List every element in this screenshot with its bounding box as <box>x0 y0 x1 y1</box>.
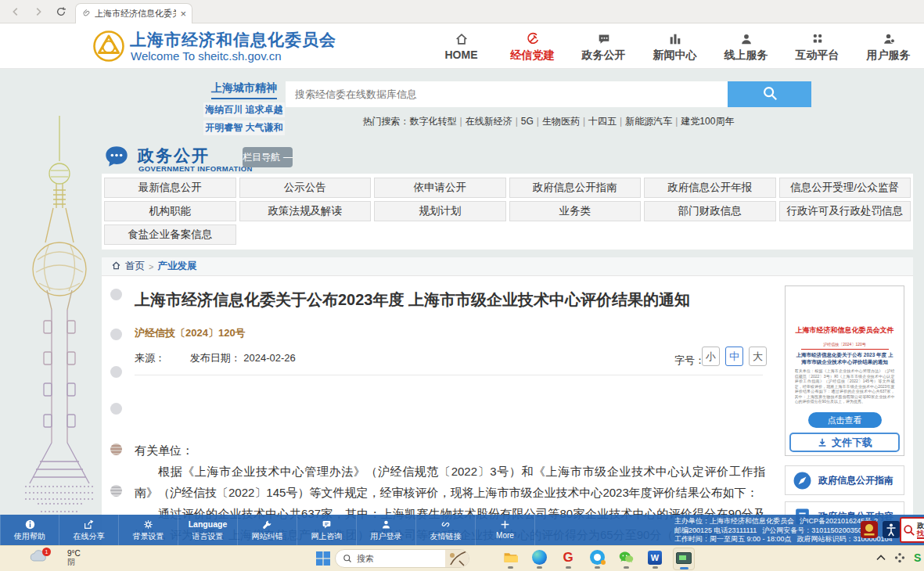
taskbar-app-wechat[interactable] <box>615 548 637 570</box>
top-nav-label: 经信党建 <box>497 48 568 63</box>
search-box <box>286 81 728 107</box>
gov-emblem-icon[interactable] <box>861 521 878 541</box>
edge-icon <box>532 549 547 566</box>
gov-grid-cell[interactable]: 依申请公开 <box>374 178 506 198</box>
toolbar-items: 使用帮助在线分享背景设置Language语言设置网站纠错网上咨询用户登录友情链接… <box>0 515 535 545</box>
footer-emblems <box>861 521 900 541</box>
gov-grid-cell[interactable]: 业务类 <box>509 201 642 221</box>
taskbar-app-app-chat[interactable] <box>586 548 608 570</box>
tray-settings-icon[interactable] <box>894 552 905 563</box>
system-tray: S <box>876 552 921 563</box>
toolbar-使用帮助[interactable]: 使用帮助 <box>0 515 59 545</box>
keyword-separator: | <box>583 116 585 127</box>
gov-grid-cell[interactable]: 最新信息公开 <box>104 178 236 198</box>
click-to-view-button[interactable]: 点击查看 <box>808 412 882 428</box>
gear-icon <box>143 519 153 530</box>
refresh-icon[interactable] <box>55 5 67 18</box>
taskbar-app-edge[interactable] <box>528 548 550 570</box>
notification-badge: 1 <box>42 548 51 556</box>
hot-keyword[interactable]: 数字化转型 <box>410 116 457 127</box>
running-indicator <box>537 566 542 569</box>
gov-grid-row: 最新信息公开公示公告依申请公开政府信息公开指南政府信息公开年报信息公开受理/公众… <box>104 178 911 198</box>
hot-keyword[interactable]: 新能源汽车 <box>625 116 672 127</box>
breadcrumb-home[interactable]: 首页 <box>125 260 145 273</box>
gov-info-guide-link[interactable]: 政府信息公开指南 <box>785 465 904 495</box>
toolbar-More[interactable]: More <box>476 515 535 545</box>
taskbar-search[interactable]: 搜索 <box>335 549 469 568</box>
taskbar-app-file-explorer[interactable] <box>499 548 521 570</box>
top-nav-线上服务[interactable]: 线上服务 <box>710 23 782 68</box>
browser-tab[interactable]: 上海市经济信息化委关于公布 × <box>75 3 192 23</box>
gov-grid-cell[interactable]: 政府信息公开指南 <box>509 178 642 198</box>
footer-info-line: 主办单位：上海市经济和信息化委员会沪ICP备2021016245号-2 <box>674 517 861 526</box>
forward-icon[interactable] <box>32 5 45 18</box>
font-size-medium-button[interactable]: 中 <box>725 347 743 366</box>
toolbar-友情链接[interactable]: 友情链接 <box>416 515 476 545</box>
back-icon[interactable] <box>9 5 22 18</box>
toolbar-item-label: 在线分享 <box>74 531 105 542</box>
source-label: 来源： <box>135 352 165 364</box>
language-text: Language <box>189 519 228 530</box>
gov-grid-cell[interactable]: 行政许可及行政处罚信息 <box>779 201 911 221</box>
browser-bar: 上海市经济信息化委关于公布 × <box>0 0 924 23</box>
font-size-small-button[interactable]: 小 <box>702 347 720 366</box>
hot-keyword[interactable]: 5G <box>521 116 534 127</box>
font-size-large-button[interactable]: 大 <box>749 347 767 366</box>
taskbar-app-word[interactable]: W <box>644 548 666 570</box>
toolbar-在线分享[interactable]: 在线分享 <box>59 515 119 545</box>
search-button[interactable] <box>728 81 811 107</box>
toolbar-语言设置[interactable]: Language语言设置 <box>178 515 238 545</box>
weather-widget[interactable]: 1 9°C 阴 <box>28 549 81 566</box>
gov-grid-cell[interactable]: 信息公开受理/公众监督 <box>779 178 911 198</box>
taskbar-app-app-g[interactable]: G <box>557 548 579 570</box>
gov-grid-cell[interactable]: 政策法规及解读 <box>239 201 372 221</box>
city-spirit: 上海城市精神 海纳百川 追求卓越 开明睿智 大气谦和 <box>203 81 285 135</box>
gov-bubble-icon <box>103 144 130 171</box>
gov-grid-cell[interactable]: 部门财政信息 <box>644 201 776 221</box>
article-meta: 来源： 发布日期： 2024-02-26 <box>135 351 296 365</box>
taskbar-app-screen-share[interactable] <box>673 548 695 570</box>
gov-grid-cell[interactable]: 规划计划 <box>374 201 506 221</box>
breadcrumb-current[interactable]: 产业发展 <box>157 260 196 273</box>
gov-grid-cell[interactable]: 食盐企业备案信息 <box>104 224 236 245</box>
windows-start-button[interactable] <box>316 551 330 566</box>
search-input[interactable] <box>286 81 728 107</box>
top-nav-用户服务[interactable]: 用户服务 <box>853 23 924 68</box>
decorative-bullet <box>110 289 122 300</box>
gov-grid-cell[interactable]: 政府信息公开年报 <box>644 178 776 198</box>
top-nav-label: 政务公开 <box>568 48 639 63</box>
column-nav-toggle[interactable]: 栏目导航 — <box>243 147 293 167</box>
hot-keyword[interactable]: 十四五 <box>588 116 617 127</box>
top-nav-新闻中心[interactable]: 新闻中心 <box>639 23 710 68</box>
file-download-button[interactable]: 文件下载 <box>789 433 900 452</box>
document-preview-card[interactable]: 上海市经济和信息化委员会文件 沪经信技〔2024〕120号 上海市经济信息化委关… <box>785 286 904 456</box>
toolbar-网上咨询[interactable]: 网上咨询 <box>297 515 357 545</box>
site-subtitle: Welcome To sheitc.sh.gov.cn <box>131 49 282 63</box>
toolbar-背景设置[interactable]: 背景设置 <box>119 515 178 545</box>
accessibility-icon[interactable] <box>883 521 900 541</box>
top-nav-HOME[interactable]: HOME <box>426 23 497 68</box>
hot-keyword[interactable]: 在线新经济 <box>466 116 512 127</box>
toolbar-用户登录[interactable]: 用户登录 <box>357 515 416 545</box>
gov-grid-cell[interactable]: 机构职能 <box>104 201 236 221</box>
top-nav-互动平台[interactable]: 互动平台 <box>782 23 853 68</box>
tray-input-method-icon[interactable]: S <box>914 552 921 563</box>
gov-section-title: 政务公开 <box>138 145 210 167</box>
gov-site-error-report-badge[interactable]: 政府 找 <box>900 517 924 543</box>
site-logo[interactable] <box>93 31 124 62</box>
preview-doc-title: 上海市经济信息化委关于公布 2023 年度 上海市市级企业技术中心评价结果的通知 <box>796 352 894 365</box>
top-nav-label: 新闻中心 <box>639 48 710 63</box>
top-nav-经信党建[interactable]: 经信党建 <box>497 23 568 68</box>
toolbar-网站纠错[interactable]: 网站纠错 <box>238 515 297 545</box>
decorative-bullet <box>110 444 122 455</box>
tray-chevron-up-icon[interactable] <box>876 555 886 561</box>
hot-keyword[interactable]: 生物医药 <box>542 116 580 127</box>
share-icon <box>84 519 94 530</box>
compass-icon <box>793 471 812 490</box>
hot-keyword[interactable]: 建党100周年 <box>681 116 734 127</box>
gov-grid-cell[interactable]: 公示公告 <box>239 178 372 198</box>
top-nav-政务公开[interactable]: 政务公开 <box>568 23 639 68</box>
toolbar-item-label: 网上咨询 <box>311 531 343 542</box>
tab-close-icon[interactable]: × <box>180 9 186 19</box>
keyword-separator: | <box>620 116 622 127</box>
